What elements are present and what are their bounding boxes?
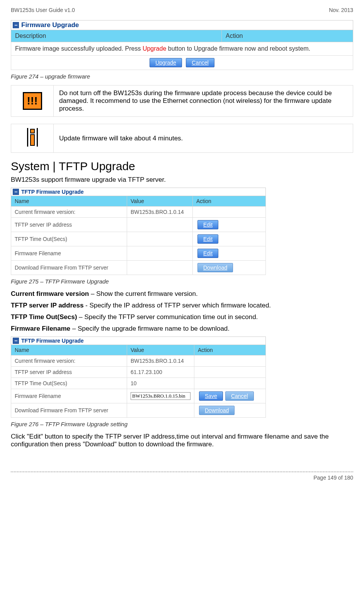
row-value: 61.17.23.100	[127, 367, 194, 378]
figure-caption-275: Figure 275 – TFTP Firmware Upgrade	[11, 278, 353, 285]
cancel-button[interactable]: Cancel	[186, 58, 214, 67]
upload-message: Firmware image successfully uploaded. Pr…	[11, 42, 353, 56]
row-action	[193, 207, 266, 218]
cancel-button[interactable]: Cancel	[225, 391, 254, 401]
col-value: Value	[127, 196, 193, 207]
col-action: Action	[193, 196, 266, 207]
col-action: Action	[222, 30, 353, 42]
row-action	[194, 367, 266, 378]
row-value: BW1253s.BRO.1.0.14	[127, 355, 194, 367]
col-action: Action	[194, 345, 266, 355]
edit-button[interactable]: Edit	[197, 234, 218, 244]
row-label: TFTP Time Out(Secs)	[11, 232, 127, 246]
row-action	[194, 355, 266, 367]
row-label: TFTP server IP address	[11, 367, 127, 378]
row-action	[194, 378, 266, 389]
section-heading: System | TFTP Upgrade	[11, 160, 353, 173]
doc-title: BW1253s User Guide v1.0	[11, 7, 75, 13]
panel-title: TFTP Firmware Upgrade	[21, 338, 84, 344]
panel-title: Firmware Upgrade	[21, 21, 79, 29]
col-name: Name	[11, 345, 127, 355]
figure-caption-276: Figure 276 – TFTP Firmware Upgrade setti…	[11, 421, 353, 427]
download-button[interactable]: Download	[199, 406, 235, 415]
firmware-upgrade-panel: − Firmware Upgrade Description Action Fi…	[11, 20, 353, 70]
row-label: TFTP Time Out(Secs)	[11, 378, 127, 389]
figure-caption-274: Figure 274 – upgrade firmware	[11, 73, 353, 80]
row-label: Firmware Filename	[11, 389, 127, 403]
desc-line: TFTP server IP address - Specify the IP …	[11, 302, 353, 309]
row-value: 10	[127, 378, 194, 389]
row-value	[127, 261, 193, 275]
outro-text: Click "Edit" button to specify the TFTP …	[11, 433, 353, 448]
warning-text: Do not turn off the BW1253s during the f…	[54, 85, 353, 117]
filename-input[interactable]	[131, 392, 191, 400]
page-header: BW1253s User Guide v1.0 Nov. 2013	[11, 7, 353, 13]
edit-button[interactable]: Edit	[197, 220, 218, 229]
collapse-icon[interactable]: −	[13, 189, 19, 195]
page-number: Page 149 of 180	[11, 475, 353, 481]
desc-line: Current firmware version – Show the curr…	[11, 290, 353, 298]
desc-line: TFTP Time Out(Secs) – Specify the TFTP s…	[11, 313, 353, 321]
download-button[interactable]: Download	[197, 263, 233, 272]
col-description: Description	[11, 30, 222, 42]
tftp-panel-1: − TFTP Firmware Upgrade Name Value Actio…	[11, 188, 266, 275]
footer-divider	[11, 471, 353, 472]
info-text: Update firmware will take about 4 minute…	[54, 124, 353, 153]
row-label: Current firmware version:	[11, 355, 127, 367]
upgrade-keyword: Upgrade	[143, 45, 166, 52]
intro-text: BW1253s support firmware upgrade via TFT…	[11, 176, 353, 184]
warning-note: !!! Do not turn off the BW1253s during t…	[11, 85, 353, 117]
info-icon	[27, 128, 38, 147]
row-label: Download Firmware From TFTP server	[11, 403, 127, 418]
info-note: Update firmware will take about 4 minute…	[11, 124, 353, 153]
row-value	[127, 232, 193, 246]
row-label: Current firmware version:	[11, 207, 127, 218]
col-value: Value	[127, 345, 194, 355]
collapse-icon[interactable]: −	[13, 22, 19, 28]
row-label: TFTP server IP address	[11, 218, 127, 232]
panel-title: TFTP Firmware Upgrade	[21, 189, 84, 195]
doc-date: Nov. 2013	[329, 7, 353, 13]
warning-icon: !!!	[23, 92, 42, 110]
save-button[interactable]: Save	[199, 391, 223, 401]
collapse-icon[interactable]: −	[13, 338, 19, 344]
row-label: Firmware Filename	[11, 246, 127, 261]
edit-button[interactable]: Edit	[197, 249, 218, 258]
upgrade-button[interactable]: Upgrade	[150, 58, 182, 67]
row-value	[127, 246, 193, 261]
row-value	[127, 218, 193, 232]
row-value	[127, 403, 194, 418]
desc-line: Firmware Filename – Specify the upgrade …	[11, 325, 353, 333]
row-value: BW1253s.BRO.1.0.14	[127, 207, 193, 218]
col-name: Name	[11, 196, 127, 207]
row-label: Download Firmware From TFTP server	[11, 261, 127, 275]
tftp-panel-2: − TFTP Firmware Upgrade Name Value Actio…	[11, 336, 266, 418]
